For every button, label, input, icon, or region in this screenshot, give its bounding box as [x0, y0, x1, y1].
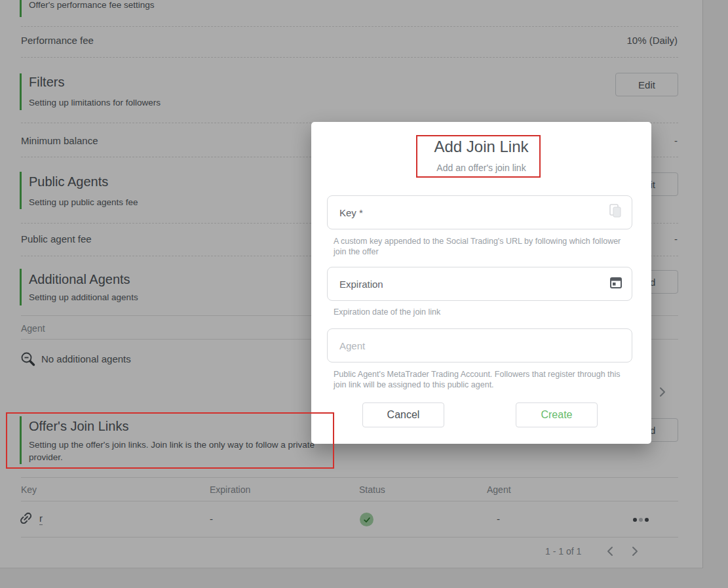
key-input[interactable] — [328, 196, 632, 229]
modal-title: Add Join Link — [311, 138, 651, 156]
agent-field-wrap — [327, 328, 632, 363]
modal-subtitle: Add an offer's join link — [311, 163, 651, 173]
expiration-input[interactable] — [328, 267, 632, 300]
create-button[interactable]: Create — [516, 402, 598, 427]
key-helper-text: A custom key appended to the Social Trad… — [334, 236, 630, 257]
agent-helper-text: Public Agent's MetaTrader Trading Accoun… — [334, 369, 630, 390]
expiration-field-wrap — [327, 267, 632, 301]
add-join-link-modal: Add Join Link Add an offer's join link A… — [311, 122, 651, 444]
paste-icon[interactable] — [608, 203, 623, 222]
screen: Offer's performance fee settings Perform… — [0, 0, 728, 588]
agent-input[interactable] — [328, 329, 632, 362]
cancel-button[interactable]: Cancel — [362, 402, 444, 427]
expiration-helper-text: Expiration date of the join link — [334, 307, 630, 317]
key-field-wrap — [327, 195, 632, 229]
calendar-icon[interactable] — [609, 276, 623, 292]
